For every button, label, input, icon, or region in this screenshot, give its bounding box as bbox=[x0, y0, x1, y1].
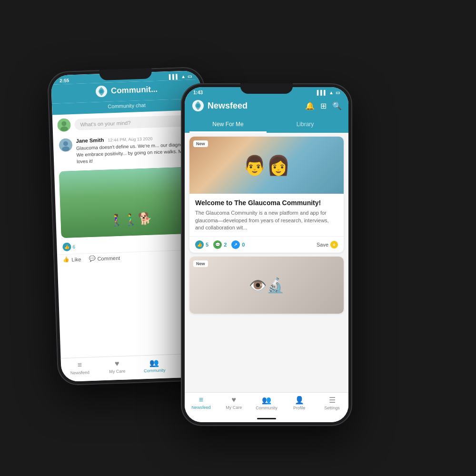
back-nav-community[interactable]: 👥 Community bbox=[136, 357, 174, 374]
front-signal-icon: ▌▌▌ bbox=[317, 90, 327, 95]
back-msg-avatar bbox=[59, 138, 72, 152]
back-like-count: 👍 6 bbox=[62, 242, 75, 251]
back-app-title: Communit... bbox=[94, 83, 158, 99]
back-like-icon: 👍 bbox=[63, 257, 69, 263]
front-battery-icon: ▭ bbox=[336, 90, 340, 95]
front-card-1-likes[interactable]: 👍 5 bbox=[195, 240, 208, 249]
back-community-icon: 👥 bbox=[149, 358, 159, 367]
front-wifi-icon: ▲ bbox=[329, 90, 334, 95]
front-search-icon[interactable]: 🔍 bbox=[332, 101, 342, 110]
svg-point-9 bbox=[196, 104, 200, 108]
front-card-1-image: New bbox=[189, 137, 344, 194]
back-user-avatar bbox=[57, 118, 71, 132]
front-community-icon: 👥 bbox=[262, 396, 271, 405]
front-card-1-comments[interactable]: 💬 2 bbox=[213, 240, 227, 249]
tab-library[interactable]: Library bbox=[267, 117, 344, 133]
front-profile-icon: 👤 bbox=[295, 396, 304, 405]
front-content-area: New Welcome to The Glaucoma Community! T… bbox=[185, 133, 348, 392]
back-input-row: What's on your mind? bbox=[57, 114, 198, 132]
front-home-bar-area bbox=[185, 416, 348, 422]
front-grid-icon[interactable]: ⊞ bbox=[320, 101, 327, 110]
front-card-2: New bbox=[189, 257, 344, 314]
back-msg-content: Jane Smith 12:44 PM, Aug 13 2020 Glaucom… bbox=[76, 134, 198, 165]
front-card-1-text: The Glaucoma Community is a new platform… bbox=[195, 209, 338, 231]
front-card-2-image: New bbox=[189, 257, 344, 314]
front-card-2-badge: New bbox=[193, 260, 208, 267]
back-nav-mycare[interactable]: ♥ My Care bbox=[98, 359, 136, 375]
front-card-1-title: Welcome to The Glaucoma Community! bbox=[195, 198, 338, 207]
scene: 2:55 ▌▌▌ ▲ ▭ Communi bbox=[24, 36, 452, 440]
back-comment-icon: 💬 bbox=[89, 256, 95, 262]
back-chat-input[interactable]: What's on your mind? bbox=[74, 115, 198, 130]
front-tab-bar: New For Me Library bbox=[185, 117, 348, 133]
back-like-btn[interactable]: 👍 Like bbox=[63, 256, 81, 263]
front-header-icons: 🔔 ⊞ 🔍 bbox=[305, 101, 342, 110]
front-save-plus-icon: + bbox=[330, 241, 338, 248]
back-mycare-icon: ♥ bbox=[115, 359, 119, 368]
front-eye-photo bbox=[189, 257, 344, 314]
front-phone-screen: 1:43 ▌▌▌ ▲ ▭ Newsfee bbox=[185, 87, 348, 422]
back-walk-photo bbox=[59, 167, 201, 238]
front-comment-icon-circle: 💬 bbox=[213, 240, 222, 249]
front-settings-icon: ☰ bbox=[329, 396, 336, 405]
front-card-1-shares[interactable]: ↗ 0 bbox=[231, 240, 245, 249]
back-time: 2:55 bbox=[60, 78, 69, 83]
back-notch bbox=[99, 68, 152, 80]
back-photo-card bbox=[59, 167, 201, 238]
tab-new-for-me[interactable]: New For Me bbox=[189, 117, 267, 133]
front-nav-community[interactable]: 👥 Community bbox=[250, 396, 283, 410]
front-card-1: New Welcome to The Glaucoma Community! T… bbox=[189, 137, 344, 253]
front-logo-icon bbox=[191, 99, 205, 112]
front-app-header: Newsfeed 🔔 ⊞ 🔍 bbox=[185, 96, 348, 117]
front-phone: 1:43 ▌▌▌ ▲ ▭ Newsfee bbox=[181, 83, 352, 426]
front-notch bbox=[240, 83, 293, 94]
back-status-icons: ▌▌▌ ▲ ▭ bbox=[169, 73, 192, 79]
front-bell-icon[interactable]: 🔔 bbox=[305, 101, 315, 110]
front-nav-profile[interactable]: 👤 Profile bbox=[283, 396, 316, 410]
front-status-icons: ▌▌▌ ▲ ▭ bbox=[317, 90, 340, 95]
front-couple-photo bbox=[189, 137, 344, 194]
wifi-icon: ▲ bbox=[181, 74, 186, 79]
front-like-icon-circle: 👍 bbox=[195, 240, 204, 249]
front-card-1-body: Welcome to The Glaucoma Community! The G… bbox=[189, 194, 344, 236]
front-mycare-icon: ♥ bbox=[231, 396, 236, 404]
front-card-1-badge: New bbox=[193, 140, 208, 147]
back-logo-icon bbox=[94, 85, 108, 99]
front-time: 1:43 bbox=[193, 90, 203, 95]
back-thumb-icon: 👍 bbox=[62, 242, 71, 251]
front-card-1-actions: 👍 5 💬 2 ↗ 0 bbox=[189, 236, 344, 253]
signal-icon: ▌▌▌ bbox=[169, 74, 179, 79]
front-save-btn[interactable]: Save + bbox=[317, 241, 338, 248]
front-app-title: Newsfeed bbox=[191, 99, 248, 112]
front-nav-mycare[interactable]: ♥ My Care bbox=[218, 396, 250, 410]
front-nav-newsfeed[interactable]: ≡ Newsfeed bbox=[185, 396, 218, 410]
back-comment-btn[interactable]: 💬 Comment bbox=[89, 255, 120, 262]
front-nav-settings[interactable]: ☰ Settings bbox=[316, 396, 348, 410]
front-newsfeed-icon: ≡ bbox=[199, 396, 203, 404]
back-nav-newsfeed[interactable]: ≡ Newsfeed bbox=[61, 360, 99, 377]
back-newsfeed-icon: ≡ bbox=[77, 361, 82, 369]
battery-icon: ▭ bbox=[188, 73, 192, 79]
front-home-bar bbox=[257, 418, 276, 419]
front-share-icon-circle: ↗ bbox=[231, 240, 240, 249]
front-bottom-nav: ≡ Newsfeed ♥ My Care 👥 Community 👤 Profi… bbox=[185, 392, 348, 416]
